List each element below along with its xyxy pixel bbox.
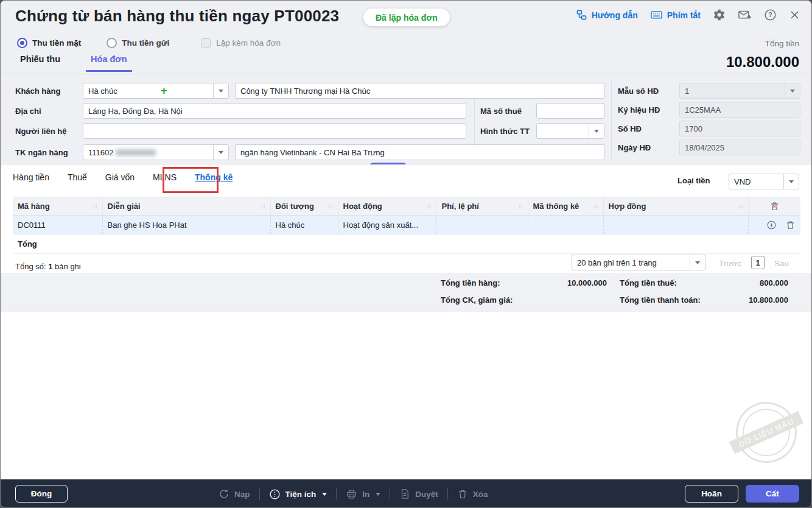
invoice-template-dropdown-button[interactable] xyxy=(785,83,800,98)
chevron-down-icon xyxy=(322,493,327,496)
tax-code-input[interactable] xyxy=(536,103,604,119)
footer-actions: Nạp Tiện ích In Duyệt Xóa xyxy=(219,479,488,508)
invoice-template-label: Mẫu số HĐ xyxy=(618,86,659,96)
col-delete-all[interactable]: ✕ xyxy=(748,197,800,216)
currency-select[interactable]: VND xyxy=(729,174,799,189)
print-button[interactable]: In xyxy=(346,489,380,500)
divider xyxy=(336,488,337,500)
cell-ma-thong-ke[interactable] xyxy=(528,216,603,235)
payment-method-label: Hình thức TT xyxy=(480,127,530,136)
record-count-summary: Tổng số: 1 bản ghi xyxy=(15,262,81,271)
tab-thong-ke[interactable]: Thống kê xyxy=(195,172,233,182)
tab-hang-tien[interactable]: Hàng tiền xyxy=(13,172,49,182)
chevron-down-icon xyxy=(789,180,794,183)
current-page-box[interactable]: 1 xyxy=(751,256,765,269)
approve-button[interactable]: Duyệt xyxy=(399,489,438,499)
col-ma-hang[interactable]: Mã hàng↑↓ xyxy=(13,197,102,216)
delete-button[interactable]: Xóa xyxy=(457,489,488,499)
shortcut-link[interactable]: Phím tắt xyxy=(650,9,701,21)
tab-phieu-thu[interactable]: Phiếu thu xyxy=(15,54,65,72)
close-button[interactable] xyxy=(789,9,800,21)
table-row[interactable]: DC0111 Ban ghe HS Hoa PHat Hà chúc Hoạt … xyxy=(13,216,800,235)
status-badge: Đã lập hóa đơn xyxy=(363,9,450,26)
document-tabs: Phiếu thu Hóa đơn xyxy=(15,54,132,72)
add-row-icon[interactable] xyxy=(766,220,777,230)
bank-account-combo[interactable]: 111602 xyxy=(83,144,229,160)
col-doi-tuong[interactable]: Đối tượng↑↓ xyxy=(270,197,338,216)
utilities-button[interactable]: Tiện ích xyxy=(269,489,327,500)
postpone-button[interactable]: Hoãn xyxy=(685,485,738,503)
next-page-button[interactable]: Sau xyxy=(774,259,789,268)
total-amount-value: 10.800.000 xyxy=(726,54,799,71)
col-hop-dong[interactable]: Hợp đồng↑↓ xyxy=(603,197,748,216)
invoice-symbol-input: 1C25MAA xyxy=(679,102,800,118)
sort-icon[interactable]: ↑↓ xyxy=(594,203,598,210)
cell-hop-dong[interactable] xyxy=(603,216,748,235)
send-feedback-button[interactable] xyxy=(738,9,752,21)
cell-ma-hang[interactable]: DC0111 xyxy=(13,216,102,235)
tab-hoa-don[interactable]: Hóa đơn xyxy=(86,54,131,72)
trash-icon xyxy=(457,489,468,499)
divider xyxy=(447,488,448,500)
table-header-row: Mã hàng↑↓ Diễn giải↑↓ Đối tượng↑↓ Hoạt đ… xyxy=(13,197,800,216)
tab-thue[interactable]: Thuế xyxy=(68,172,87,182)
page-size-dropdown-button[interactable] xyxy=(690,255,705,270)
sort-icon[interactable]: ↑↓ xyxy=(93,203,97,210)
header-divider xyxy=(1,74,812,74)
guide-icon xyxy=(576,9,587,21)
record-count: 1 xyxy=(48,262,52,271)
sort-icon[interactable]: ↑↓ xyxy=(329,203,333,210)
gear-icon xyxy=(713,9,726,21)
bank-account-dropdown-button[interactable] xyxy=(213,145,228,160)
col-dien-giai[interactable]: Diễn giải↑↓ xyxy=(102,197,270,216)
detail-area: Hàng tiền Thuế Giá vốn MLNS Thống kê Loạ… xyxy=(1,164,812,479)
tax-total-value: 800.000 xyxy=(697,278,788,288)
total-amount-label: Tổng tiền xyxy=(765,39,799,48)
prev-page-button[interactable]: Trước xyxy=(719,259,741,268)
payment-method-dropdown-button[interactable] xyxy=(589,124,604,138)
header-actions: Hướng dẫn Phím tắt ? xyxy=(576,9,800,21)
cell-phi-le-phi[interactable] xyxy=(436,216,528,235)
close-window-button[interactable]: Đóng xyxy=(15,485,68,503)
customer-dropdown-button[interactable] xyxy=(213,83,228,98)
table-total-row: Tổng xyxy=(13,235,800,253)
cell-hoat-dong[interactable]: Hoạt động sản xuất... xyxy=(338,216,436,235)
delete-row-icon[interactable] xyxy=(785,220,796,230)
sort-icon[interactable]: ↑↓ xyxy=(519,203,523,210)
deposit-radio[interactable] xyxy=(107,38,117,48)
cell-doi-tuong[interactable]: Hà chúc xyxy=(270,216,338,235)
chevron-down-icon xyxy=(594,130,599,133)
customer-combo[interactable]: Hà chúc + xyxy=(83,83,229,99)
tab-mlns[interactable]: MLNS xyxy=(153,172,177,182)
currency-dropdown-button[interactable] xyxy=(783,174,799,189)
reload-button[interactable]: Nạp xyxy=(219,489,250,499)
guide-link[interactable]: Hướng dẫn xyxy=(576,9,638,21)
address-label: Địa chỉ xyxy=(15,107,41,116)
contact-input[interactable] xyxy=(83,123,466,139)
bank-account-label: TK ngân hàng xyxy=(15,148,68,157)
invoice-checkbox[interactable] xyxy=(201,38,211,48)
sort-icon[interactable]: ↑↓ xyxy=(739,203,743,210)
sort-icon[interactable]: ↑↓ xyxy=(427,203,432,210)
tab-gia-von[interactable]: Giá vốn xyxy=(105,172,135,182)
col-phi-le-phi[interactable]: Phí, lệ phí↑↓ xyxy=(436,197,528,216)
save-button[interactable]: Cất xyxy=(746,485,799,503)
sort-icon[interactable]: ↑↓ xyxy=(261,203,265,210)
add-customer-icon[interactable]: + xyxy=(161,85,170,96)
help-button[interactable]: ? xyxy=(764,9,777,21)
page-size-select[interactable]: 20 bản ghi trên 1 trang xyxy=(572,255,705,270)
printer-icon xyxy=(346,489,357,500)
col-hoat-dong[interactable]: Hoạt động↑↓ xyxy=(338,197,436,216)
bank-name-input[interactable]: ngân hàng Vietinbank - CN Hai Bà Trưng xyxy=(235,144,604,160)
cell-dien-giai[interactable]: Ban ghe HS Hoa PHat xyxy=(102,216,270,235)
invoice-template-select[interactable]: 1 xyxy=(679,83,800,99)
chevron-down-icon xyxy=(219,90,223,93)
payment-method-select[interactable] xyxy=(536,123,604,139)
red-x-icon: ✕ xyxy=(772,203,777,210)
cash-radio[interactable] xyxy=(17,38,27,48)
customer-name-input[interactable]: Công ty TNHH Thương mại Hà Chúc xyxy=(235,83,604,99)
settings-button[interactable] xyxy=(713,9,726,21)
goods-total-label: Tổng tiền hàng: xyxy=(441,278,500,288)
address-input[interactable]: Láng Hạ, Đống Đa, Hà Nội xyxy=(83,103,466,119)
col-ma-thong-ke[interactable]: Mã thống kê↑↓ xyxy=(528,197,603,216)
